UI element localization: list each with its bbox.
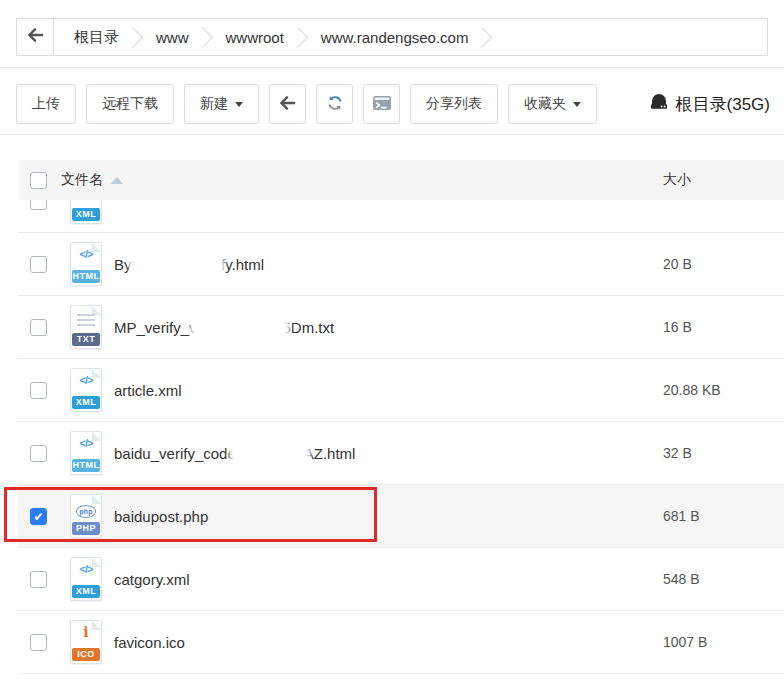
table-header: 文件名 大小	[18, 160, 784, 200]
breadcrumb-item[interactable]: www	[142, 29, 199, 46]
file-size: 1007 B	[663, 634, 784, 650]
toolbar: 上传 远程下载 新建 分享列表 收藏夹	[16, 84, 774, 124]
file-type-icon: TXT	[68, 305, 104, 349]
row-checkbox[interactable]	[30, 634, 47, 651]
file-extension-badge: ICO	[72, 648, 100, 661]
file-extension-badge: XML	[72, 585, 100, 598]
file-name[interactable]: catgory.xml	[114, 571, 663, 588]
row-checkbox[interactable]	[30, 256, 47, 273]
back-arrow-icon	[279, 95, 296, 114]
redaction-blur	[233, 446, 307, 462]
filename-header-label: 文件名	[61, 171, 103, 189]
file-extension-badge: XML	[72, 208, 100, 221]
terminal-icon	[372, 94, 392, 115]
file-name[interactable]: baidu_verify_codeAZ.html	[114, 445, 663, 462]
file-glyph: i	[68, 624, 104, 640]
upload-button[interactable]: 上传	[16, 84, 76, 124]
select-all-checkbox[interactable]	[30, 172, 47, 189]
file-glyph: </>	[68, 374, 104, 386]
table-row[interactable]: </> XML article.xml 20.88 KB	[18, 359, 784, 422]
file-type-icon: php PHP	[68, 494, 104, 538]
breadcrumb-back-button[interactable]	[17, 19, 54, 55]
table-row[interactable]: </> HTML baidu_verify_codeAZ.html 32 B	[18, 422, 784, 485]
sort-ascending-icon	[111, 177, 123, 184]
file-size: 548 B	[663, 571, 784, 587]
chevron-down-icon	[235, 102, 243, 107]
file-type-icon: </> HTML	[68, 431, 104, 475]
column-size[interactable]: 大小	[663, 171, 784, 189]
share-list-button[interactable]: 分享列表	[410, 84, 498, 124]
row-checkbox[interactable]	[30, 445, 47, 462]
file-size: 20.88 KB	[663, 382, 784, 398]
remote-download-button[interactable]: 远程下载	[86, 84, 174, 124]
file-name[interactable]: Bytify.html	[114, 256, 663, 273]
file-type-icon: i ICO	[68, 620, 104, 664]
file-extension-badge: XML	[72, 396, 100, 409]
row-checkbox[interactable]	[30, 508, 47, 525]
new-dropdown-button[interactable]: 新建	[184, 84, 259, 124]
table-row[interactable]: i ICO favicon.ico 1007 B	[18, 611, 784, 674]
chevron-down-icon	[573, 102, 581, 107]
hard-drive-icon	[648, 92, 670, 116]
breadcrumb: 根目录wwwwwwrootwww.randengseo.com	[16, 18, 768, 56]
row-checkbox[interactable]	[30, 382, 47, 399]
file-type-icon: </> HTML	[68, 242, 104, 286]
file-glyph: </>	[68, 248, 104, 260]
row-checkbox[interactable]	[30, 200, 47, 210]
file-name[interactable]: article.xml	[114, 382, 663, 399]
divider	[0, 67, 784, 68]
table-row[interactable]: php PHP baidupost.php 681 B	[18, 485, 784, 548]
terminal-button[interactable]	[363, 84, 400, 124]
row-checkbox[interactable]	[30, 319, 47, 336]
file-size: 20 B	[663, 256, 784, 272]
divider	[0, 134, 784, 135]
file-table: 文件名 大小 </> XML </> HTML Bytify.html 20 B	[18, 160, 784, 674]
refresh-button[interactable]	[316, 84, 353, 124]
file-extension-badge: TXT	[72, 333, 100, 346]
file-name[interactable]: baidupost.php	[114, 508, 663, 525]
file-glyph: php	[68, 500, 104, 518]
breadcrumb-item[interactable]: wwwroot	[212, 29, 294, 46]
row-checkbox[interactable]	[30, 571, 47, 588]
clipped-row: </> XML	[18, 200, 784, 233]
table-row[interactable]: TXT MP_verify_v5Dm.txt 16 B	[18, 296, 784, 359]
file-extension-badge: PHP	[72, 522, 100, 535]
new-dropdown-label: 新建	[200, 95, 228, 113]
file-glyph	[68, 311, 104, 327]
disk-usage-label: 根目录(35G)	[676, 93, 770, 116]
redaction-blur	[194, 320, 286, 336]
table-row[interactable]: </> XML catgory.xml 548 B	[18, 548, 784, 611]
file-size: 16 B	[663, 319, 784, 335]
favorites-dropdown-button[interactable]: 收藏夹	[508, 84, 597, 124]
file-extension-badge: HTML	[72, 459, 100, 472]
disk-usage[interactable]: 根目录(35G)	[648, 92, 774, 116]
redaction-blur	[133, 257, 221, 273]
file-type-icon: </> XML	[68, 200, 104, 224]
column-filename[interactable]: 文件名	[61, 171, 663, 189]
back-arrow-icon	[27, 27, 44, 47]
breadcrumb-item[interactable]: www.randengseo.com	[307, 29, 479, 46]
table-body: </> XML </> HTML Bytify.html 20 B TXT MP…	[18, 200, 784, 674]
file-type-icon: </> XML	[68, 368, 104, 412]
refresh-icon	[326, 94, 344, 115]
breadcrumb-item[interactable]: 根目录	[60, 28, 129, 47]
file-size: 681 B	[663, 508, 784, 524]
file-extension-badge: HTML	[72, 270, 100, 283]
file-name[interactable]: favicon.ico	[114, 634, 663, 651]
back-button[interactable]	[269, 84, 306, 124]
file-glyph: </>	[68, 563, 104, 575]
file-glyph: </>	[68, 437, 104, 449]
file-name[interactable]: MP_verify_v5Dm.txt	[114, 319, 663, 336]
favorites-label: 收藏夹	[524, 95, 566, 113]
file-size: 32 B	[663, 445, 784, 461]
table-row[interactable]: </> HTML Bytify.html 20 B	[18, 233, 784, 296]
table-row[interactable]: </> XML	[18, 200, 784, 233]
file-type-icon: </> XML	[68, 557, 104, 601]
